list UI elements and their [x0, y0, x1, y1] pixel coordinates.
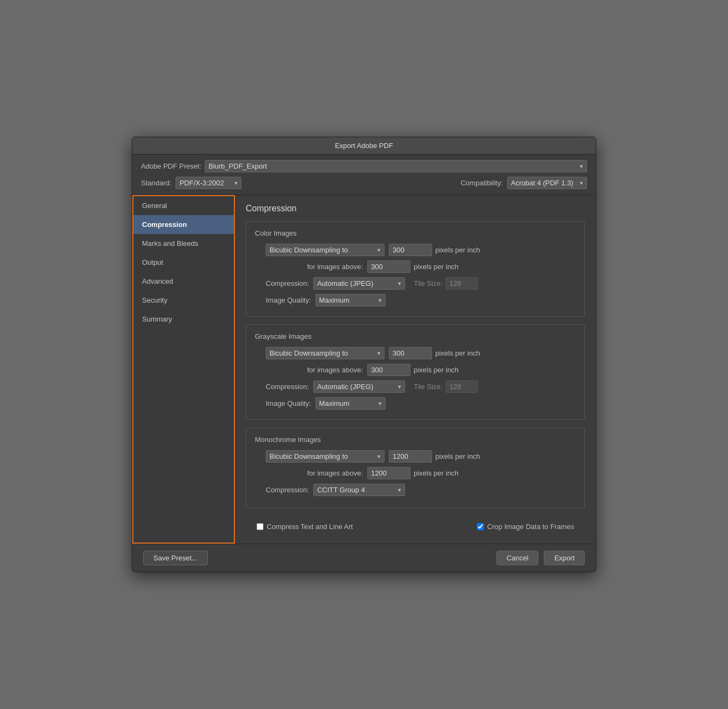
mono-compression-wrapper[interactable]: CCITT Group 4 CCITT Group 3 ZIP None [313, 484, 405, 496]
compatibility-select-wrapper[interactable]: Acrobat 4 (PDF 1.3) Acrobat 5 (PDF 1.4) … [507, 177, 587, 189]
mono-compression-row: Compression: CCITT Group 4 CCITT Group 3… [255, 484, 576, 496]
gray-compression-label: Compression: [266, 383, 309, 391]
gray-compression-select[interactable]: Automatic (JPEG) JPEG JPEG 2000 ZIP None [313, 380, 405, 393]
export-pdf-dialog: Export Adobe PDF Adobe PDF Preset: Blurb… [132, 137, 596, 572]
color-above-input[interactable] [367, 260, 410, 273]
color-above-unit: pixels per inch [414, 263, 459, 271]
compatibility-select[interactable]: Acrobat 4 (PDF 1.3) Acrobat 5 (PDF 1.4) … [507, 177, 587, 189]
color-compression-label: Compression: [266, 279, 309, 287]
dialog-title: Export Adobe PDF [335, 142, 393, 150]
color-compression-wrapper[interactable]: Automatic (JPEG) JPEG JPEG 2000 ZIP None [313, 277, 405, 290]
sidebar: General Compression Marks and Bleeds Out… [132, 195, 235, 544]
sidebar-item-advanced[interactable]: Advanced [133, 272, 234, 291]
mono-downsampling-select[interactable]: Bicubic Downsampling to Average Downsamp… [266, 450, 385, 463]
sidebar-item-compression[interactable]: Compression [133, 215, 234, 234]
gray-tile-size-label: Tile Size: [414, 383, 442, 391]
gray-above-label: for images above: [255, 366, 363, 374]
color-quality-select[interactable]: Maximum High Medium Low Minimum [315, 294, 386, 306]
standard-select[interactable]: PDF/X-3:2002 PDF/X-1a:2001 PDF/X-4:2008 … [176, 177, 241, 189]
color-quality-wrapper[interactable]: Maximum High Medium Low Minimum [315, 294, 386, 306]
gray-quality-wrapper[interactable]: Maximum High Medium Low Minimum [315, 397, 386, 410]
standard-select-wrapper[interactable]: PDF/X-3:2002 PDF/X-1a:2001 PDF/X-4:2008 … [176, 177, 241, 189]
gray-above-input[interactable] [367, 364, 410, 376]
gray-compression-row: Compression: Automatic (JPEG) JPEG JPEG … [255, 380, 576, 393]
gray-downsampling-row: Bicubic Downsampling to Average Downsamp… [255, 347, 576, 359]
gray-downsampling-select[interactable]: Bicubic Downsampling to Average Downsamp… [266, 347, 385, 359]
gray-quality-row: Image Quality: Maximum High Medium Low M… [255, 397, 576, 410]
color-quality-row: Image Quality: Maximum High Medium Low M… [255, 294, 576, 306]
sidebar-item-marks-and-bleeds[interactable]: Marks and Bleeds [133, 234, 234, 253]
color-ppi-input[interactable]: 300 [389, 244, 432, 256]
preset-label: Adobe PDF Preset: [141, 162, 200, 170]
color-compression-select[interactable]: Automatic (JPEG) JPEG JPEG 2000 ZIP None [313, 277, 405, 290]
mono-downsampling-row: Bicubic Downsampling to Average Downsamp… [255, 450, 576, 463]
title-bar: Export Adobe PDF [132, 137, 596, 155]
color-ppi-unit: pixels per inch [435, 246, 480, 254]
sidebar-item-general[interactable]: General [133, 196, 234, 215]
standard-label: Standard: [141, 179, 171, 187]
top-controls: Adobe PDF Preset: Blurb_PDF_Export Stand… [132, 155, 596, 195]
mono-compression-select[interactable]: CCITT Group 4 CCITT Group 3 ZIP None [313, 484, 405, 496]
color-downsampling-select[interactable]: Bicubic Downsampling to Average Downsamp… [266, 244, 385, 256]
crop-image-checkbox-label[interactable]: Crop Image Data to Frames [477, 523, 574, 531]
sidebar-item-output[interactable]: Output [133, 253, 234, 272]
compress-text-checkbox[interactable] [257, 523, 264, 530]
color-quality-label: Image Quality: [266, 296, 311, 304]
gray-downsampling-wrapper[interactable]: Bicubic Downsampling to Average Downsamp… [266, 347, 385, 359]
compress-text-checkbox-label[interactable]: Compress Text and Line Art [257, 523, 353, 531]
preset-select-wrapper[interactable]: Blurb_PDF_Export [205, 160, 587, 172]
color-downsampling-row: Bicubic Downsampling to Average Downsamp… [255, 244, 576, 256]
compatibility-section: Compatibility: Acrobat 4 (PDF 1.3) Acrob… [461, 177, 587, 189]
standard-compat-row: Standard: PDF/X-3:2002 PDF/X-1a:2001 PDF… [141, 177, 587, 189]
mono-compression-label: Compression: [266, 486, 309, 494]
grayscale-images-title: Grayscale Images [255, 332, 576, 340]
color-tile-size-input[interactable] [446, 277, 478, 290]
gray-compression-wrapper[interactable]: Automatic (JPEG) JPEG JPEG 2000 ZIP None [313, 380, 405, 393]
gray-quality-label: Image Quality: [266, 399, 311, 407]
preset-row: Adobe PDF Preset: Blurb_PDF_Export [141, 160, 587, 172]
gray-above-row: for images above: pixels per inch [255, 364, 576, 376]
save-preset-button[interactable]: Save Preset... [143, 551, 208, 565]
crop-image-label: Crop Image Data to Frames [487, 523, 574, 531]
gray-tile-size-input[interactable] [446, 380, 478, 393]
gray-ppi-unit: pixels per inch [435, 349, 480, 357]
bottom-options: Compress Text and Line Art Crop Image Da… [246, 516, 585, 535]
color-compression-row: Compression: Automatic (JPEG) JPEG JPEG … [255, 277, 576, 290]
sidebar-item-summary[interactable]: Summary [133, 310, 234, 329]
export-button[interactable]: Export [544, 551, 585, 565]
color-above-label: for images above: [255, 263, 363, 271]
monochrome-images-section: Monochrome Images Bicubic Downsampling t… [246, 427, 585, 509]
color-downsampling-wrapper[interactable]: Bicubic Downsampling to Average Downsamp… [266, 244, 385, 256]
monochrome-images-title: Monochrome Images [255, 436, 576, 444]
main-layout: General Compression Marks and Bleeds Out… [132, 195, 596, 544]
content-title: Compression [246, 204, 585, 213]
grayscale-images-section: Grayscale Images Bicubic Downsampling to… [246, 324, 585, 420]
gray-above-unit: pixels per inch [414, 366, 459, 374]
color-above-row: for images above: pixels per inch [255, 260, 576, 273]
gray-ppi-input[interactable] [389, 347, 432, 359]
compress-text-label: Compress Text and Line Art [267, 523, 353, 531]
bottom-bar: Save Preset... Cancel Export [132, 544, 596, 572]
sidebar-item-security[interactable]: Security [133, 291, 234, 310]
color-images-section: Color Images Bicubic Downsampling to Ave… [246, 221, 585, 317]
color-images-title: Color Images [255, 229, 576, 237]
mono-ppi-unit: pixels per inch [435, 452, 480, 460]
color-tile-size-label: Tile Size: [414, 279, 442, 287]
action-buttons: Cancel Export [496, 551, 585, 565]
mono-above-input[interactable] [367, 467, 410, 479]
mono-downsampling-wrapper[interactable]: Bicubic Downsampling to Average Downsamp… [266, 450, 385, 463]
gray-quality-select[interactable]: Maximum High Medium Low Minimum [315, 397, 386, 410]
mono-above-label: for images above: [255, 469, 363, 477]
compatibility-label: Compatibility: [461, 179, 503, 187]
cancel-button[interactable]: Cancel [496, 551, 538, 565]
mono-ppi-input[interactable] [389, 450, 432, 463]
mono-above-unit: pixels per inch [414, 469, 459, 477]
content-area: Compression Color Images Bicubic Downsam… [235, 195, 596, 544]
preset-select[interactable]: Blurb_PDF_Export [205, 160, 587, 172]
mono-above-row: for images above: pixels per inch [255, 467, 576, 479]
crop-image-checkbox[interactable] [477, 523, 484, 530]
standard-section: Standard: PDF/X-3:2002 PDF/X-1a:2001 PDF… [141, 177, 241, 189]
